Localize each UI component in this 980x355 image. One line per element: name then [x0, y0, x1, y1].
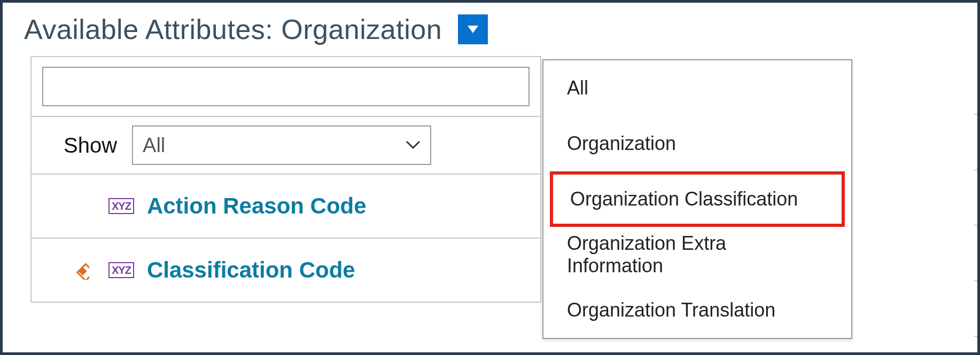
svg-marker-0 [468, 26, 478, 33]
dropdown-item-all[interactable]: All [543, 60, 851, 116]
dropdown-item-organization-translation[interactable]: Organization Translation [543, 282, 851, 338]
show-filter-value: All [143, 134, 165, 157]
dropdown-item-organization-classification[interactable]: Organization Classification [550, 171, 845, 227]
type-text-icon: XYZ [108, 198, 134, 214]
attribute-link[interactable]: Classification Code [147, 257, 355, 283]
key-attribute-icon [70, 261, 89, 280]
dropdown-item-organization[interactable]: Organization [543, 116, 851, 171]
type-text-icon: XYZ [108, 262, 134, 278]
attribute-row[interactable]: XYZ Classification Code [32, 238, 540, 302]
attribute-search-input[interactable] [42, 67, 530, 106]
caret-down-icon [468, 26, 478, 33]
attribute-scope-dropdown-trigger[interactable] [458, 14, 488, 44]
show-label: Show [64, 133, 117, 157]
chevron-down-icon [406, 140, 421, 150]
right-edge-ticks [974, 59, 977, 337]
show-filter-select[interactable]: All [132, 125, 431, 165]
attribute-scope-dropdown: All Organization Organization Classifica… [542, 59, 852, 339]
attribute-link[interactable]: Action Reason Code [147, 193, 367, 219]
attribute-row[interactable]: XYZ Action Reason Code [32, 173, 540, 238]
attributes-panel: Show All XYZ Action Reason Code XYZ Clas… [30, 56, 541, 303]
panel-title: Available Attributes: Organization [24, 13, 442, 45]
dropdown-item-organization-extra-information[interactable]: Organization Extra Information [543, 227, 851, 282]
